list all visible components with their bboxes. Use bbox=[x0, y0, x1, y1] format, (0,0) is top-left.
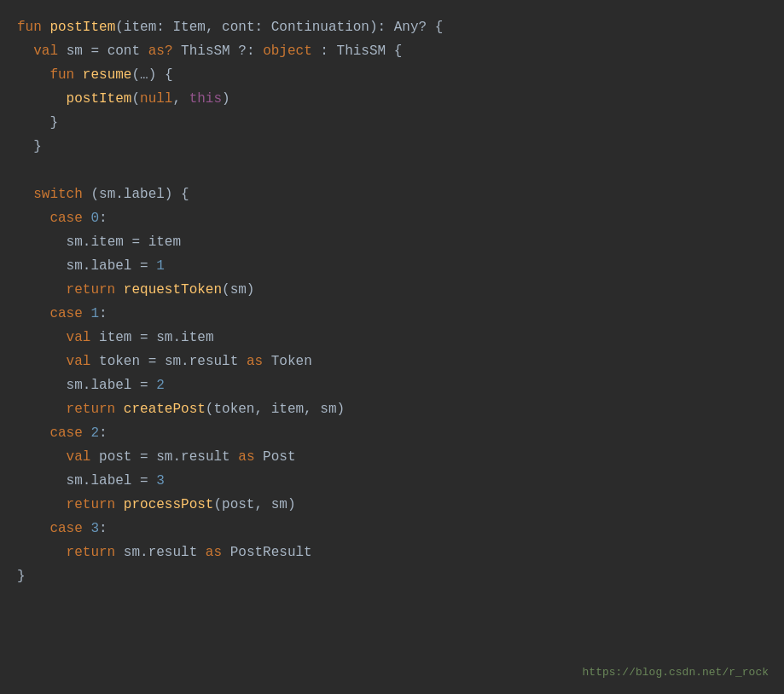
code-line-1: fun postItem(item: Item, cont: Continuat… bbox=[17, 15, 767, 39]
code-line-2: val sm = cont as? ThisSM ?: object : Thi… bbox=[17, 39, 767, 63]
code-line-11: sm.label = 1 bbox=[17, 254, 767, 278]
code-line-8: switch (sm.label) { bbox=[17, 182, 767, 206]
code-line-5: } bbox=[17, 111, 767, 135]
code-line-3: fun resume(…) { bbox=[17, 63, 767, 87]
code-line-17: return createPost(token, item, sm) bbox=[17, 397, 767, 421]
code-line-24: } bbox=[17, 564, 767, 588]
code-line-14: val item = sm.item bbox=[17, 326, 767, 350]
code-line-6: } bbox=[17, 135, 767, 159]
code-line-20: sm.label = 3 bbox=[17, 469, 767, 493]
code-line-23: return sm.result as PostResult bbox=[17, 541, 767, 564]
code-line-18: case 2: bbox=[17, 421, 767, 445]
code-line-16: sm.label = 2 bbox=[17, 373, 767, 397]
code-line-15: val token = sm.result as Token bbox=[17, 350, 767, 373]
watermark-url: https://blog.csdn.net/r_rock bbox=[583, 664, 769, 682]
code-line-22: case 3: bbox=[17, 517, 767, 541]
code-line-12: return requestToken(sm) bbox=[17, 278, 767, 302]
code-line-21: return processPost(post, sm) bbox=[17, 493, 767, 517]
code-line-19: val post = sm.result as Post bbox=[17, 445, 767, 469]
code-line-4: postItem(null, this) bbox=[17, 87, 767, 111]
code-line-9: case 0: bbox=[17, 206, 767, 230]
code-line-10: sm.item = item bbox=[17, 230, 767, 254]
code-line-7 bbox=[17, 159, 767, 182]
code-line-13: case 1: bbox=[17, 302, 767, 326]
code-editor: fun postItem(item: Item, cont: Continuat… bbox=[0, 0, 784, 694]
